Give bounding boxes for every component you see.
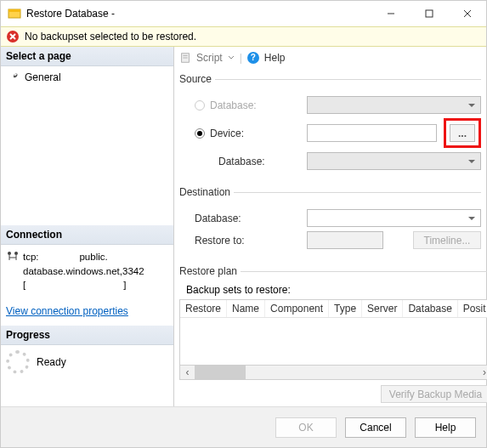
toolbar: Script | ? Help	[179, 50, 481, 65]
sidebar: Select a page General Connection tcp: pu…	[1, 47, 174, 406]
minimize-button[interactable]	[371, 1, 410, 26]
sidebar-item-label: General	[25, 71, 61, 83]
script-button[interactable]: Script	[196, 52, 223, 64]
view-connection-properties-link[interactable]: View connection properties	[6, 305, 173, 317]
source-group: Source Database: Device:	[179, 73, 481, 174]
table-header: Restore Name Component Type Server Datab…	[180, 300, 487, 318]
svg-point-10	[14, 252, 18, 255]
dest-database-combo[interactable]	[307, 209, 481, 227]
help-icon: ?	[247, 52, 259, 64]
error-icon	[6, 30, 20, 43]
svg-rect-1	[8, 9, 20, 12]
window-title: Restore Database -	[26, 8, 115, 20]
connection-header: Connection	[1, 225, 173, 245]
restore-to-label: Restore to:	[195, 235, 245, 247]
source-subdatabase-label: Database:	[218, 156, 265, 167]
script-icon	[179, 52, 191, 64]
progress-spinner-icon	[6, 350, 30, 374]
backup-sets-table[interactable]: Restore Name Component Type Server Datab…	[179, 299, 487, 366]
restore-plan-legend: Restore plan	[179, 265, 241, 277]
browse-device-button[interactable]: ...	[450, 124, 475, 142]
restore-to-input	[307, 231, 383, 249]
scroll-thumb[interactable]	[195, 366, 246, 379]
source-device-radio[interactable]	[195, 128, 205, 139]
sidebar-item-general[interactable]: General	[6, 70, 168, 85]
highlight-frame: ...	[444, 118, 481, 148]
dialog-footer: OK Cancel Help	[1, 406, 486, 447]
close-button[interactable]	[448, 1, 486, 26]
device-path-input[interactable]	[307, 124, 437, 142]
restore-database-dialog: Restore Database - No backupset selected…	[0, 0, 487, 448]
ok-button[interactable]: OK	[275, 417, 337, 438]
maximize-button[interactable]	[410, 1, 448, 26]
server-icon	[6, 250, 20, 264]
horizontal-scrollbar[interactable]: ‹ ›	[179, 366, 487, 380]
col-type[interactable]: Type	[329, 300, 362, 317]
scroll-right-icon[interactable]: ›	[478, 366, 487, 379]
connection-line: [ ]	[23, 278, 144, 292]
source-database-radio[interactable]	[195, 100, 205, 111]
select-page-header: Select a page	[1, 47, 173, 66]
restore-plan-group: Restore plan Backup sets to restore: Res…	[179, 265, 487, 403]
main-panel: Script | ? Help Source Database:	[174, 47, 486, 406]
col-database[interactable]: Database	[403, 300, 457, 317]
destination-legend: Destination	[179, 186, 234, 198]
cancel-button[interactable]: Cancel	[345, 417, 406, 438]
timeline-button[interactable]: Timeline...	[413, 231, 481, 249]
help-button[interactable]: Help	[415, 417, 476, 438]
verify-backup-media-button[interactable]: Verify Backup Media	[381, 385, 487, 403]
app-icon	[8, 7, 21, 20]
source-database-label: Database:	[210, 99, 257, 111]
source-database-combo[interactable]	[307, 96, 481, 114]
scroll-left-icon[interactable]: ‹	[180, 366, 195, 379]
destination-group: Destination Database: Restore to: Timeli…	[179, 186, 481, 253]
titlebar: Restore Database -	[1, 1, 486, 26]
progress-header: Progress	[1, 326, 173, 345]
progress-status: Ready	[37, 356, 66, 368]
connection-line: tcp: public.	[23, 250, 144, 264]
col-component[interactable]: Component	[265, 300, 329, 317]
connection-line: database.windows.net,3342	[23, 264, 144, 278]
source-legend: Source	[179, 73, 215, 85]
col-position[interactable]: Posit	[458, 300, 487, 317]
dest-database-label: Database:	[195, 213, 241, 224]
source-device-label: Device:	[210, 128, 244, 139]
wrench-icon	[8, 71, 20, 83]
help-button[interactable]: Help	[264, 52, 286, 64]
content-area: Select a page General Connection tcp: pu…	[1, 47, 486, 406]
source-subdatabase-combo[interactable]	[307, 152, 481, 170]
chevron-down-icon[interactable]	[228, 54, 235, 61]
svg-point-9	[8, 252, 11, 255]
backup-sets-label: Backup sets to restore:	[179, 284, 487, 296]
error-text: No backupset selected to be restored.	[25, 31, 196, 43]
col-name[interactable]: Name	[227, 300, 265, 317]
svg-rect-3	[426, 10, 433, 17]
col-server[interactable]: Server	[362, 300, 403, 317]
error-bar: No backupset selected to be restored.	[1, 26, 486, 47]
col-restore[interactable]: Restore	[180, 300, 227, 317]
